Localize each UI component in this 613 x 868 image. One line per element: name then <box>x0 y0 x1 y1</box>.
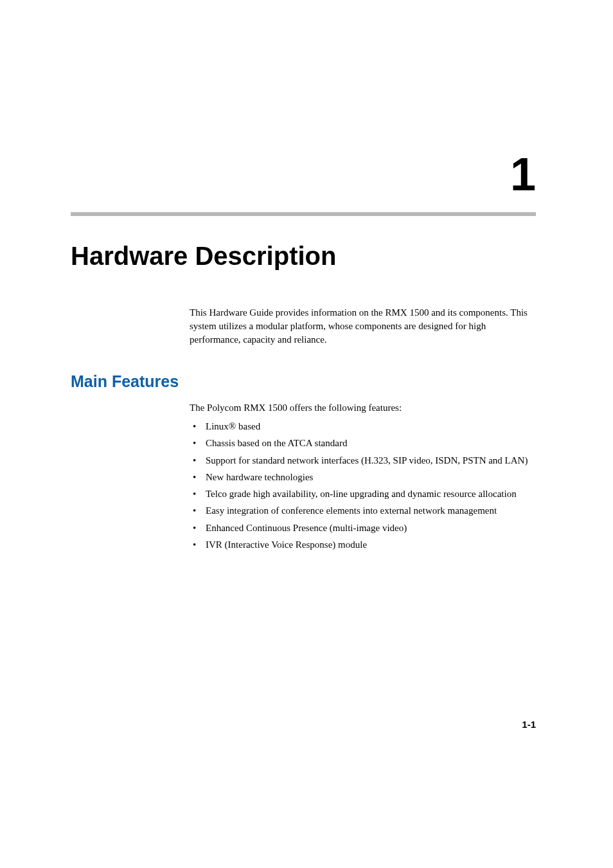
page-number: 1-1 <box>522 719 536 730</box>
list-item: Linux® based <box>190 420 536 433</box>
list-item: Chassis based on the ATCA standard <box>190 437 536 449</box>
list-item: Enhanced Continuous Presence (multi-imag… <box>190 521 536 534</box>
list-item: Telco grade high availability, on-line u… <box>190 487 536 500</box>
list-item: New hardware technologies <box>190 471 536 484</box>
chapter-divider <box>71 212 536 216</box>
chapter-number: 1 <box>71 148 536 201</box>
chapter-title: Hardware Description <box>71 242 536 271</box>
feature-list: Linux® based Chassis based on the ATCA s… <box>190 420 536 551</box>
document-page: 1 Hardware Description This Hardware Gui… <box>0 0 613 868</box>
list-item: Easy integration of conference elements … <box>190 504 536 517</box>
list-item: IVR (Interactive Voice Response) module <box>190 538 536 551</box>
intro-paragraph: This Hardware Guide provides information… <box>190 306 536 347</box>
section-heading: Main Features <box>71 372 536 391</box>
section-intro: The Polycom RMX 1500 offers the followin… <box>190 402 536 413</box>
list-item: Support for standard network interfaces … <box>190 454 536 467</box>
